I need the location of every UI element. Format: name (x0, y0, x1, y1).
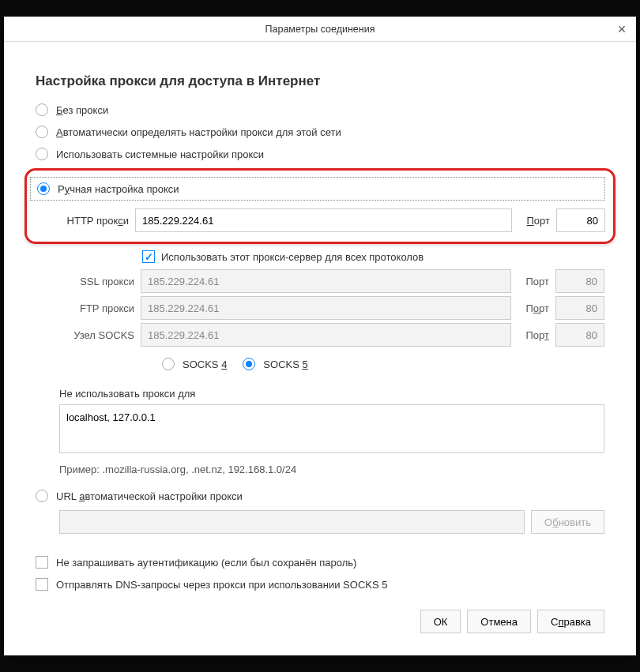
checkbox-icon[interactable] (142, 250, 155, 263)
ssl-proxy-label: SSL прокси (36, 276, 134, 287)
help-button[interactable]: Справка (537, 610, 604, 633)
ftp-proxy-label: FTP прокси (36, 302, 134, 314)
ssl-proxy-host-input (141, 269, 511, 293)
no-proxy-for-label: Не использовать прокси для (36, 383, 604, 404)
radio-icon[interactable] (36, 126, 48, 138)
checkbox-icon[interactable] (36, 556, 48, 569)
reload-button: Обновить (531, 510, 604, 534)
ssl-proxy-row: SSL прокси Порт (36, 268, 604, 295)
ssl-proxy-port-input (555, 269, 604, 293)
socks-proxy-label: Узел SOCKS (36, 329, 134, 341)
checkbox-label: Отправлять DNS-запросы через прокси при … (56, 579, 387, 591)
socks-proxy-row: Узел SOCKS Порт (36, 321, 604, 348)
radio-label: SOCKS 5 (263, 359, 307, 370)
no-proxy-list-textarea[interactable]: localhost, 127.0.0.1 (59, 404, 604, 453)
radio-label: SOCKS 4 (183, 359, 227, 370)
radio-auto-detect[interactable]: Автоматически определять настройки прокс… (36, 121, 604, 143)
radio-label: Автоматически определять настройки прокс… (56, 126, 341, 138)
close-icon[interactable]: × (611, 18, 633, 40)
use-for-all-checkbox-row[interactable]: Использовать этот прокси-сервер для всех… (36, 246, 604, 268)
radio-icon[interactable] (37, 182, 50, 195)
radio-icon[interactable] (36, 148, 48, 160)
radio-no-proxy[interactable]: Без прокси (36, 99, 604, 121)
dialog-title: Параметры соединения (265, 24, 375, 35)
port-label: Порт (518, 276, 549, 287)
ok-button[interactable]: ОК (420, 610, 461, 633)
socks-version-row: SOCKS 4 SOCKS 5 (36, 348, 604, 383)
http-proxy-row: HTTP прокси Порт (30, 207, 605, 234)
radio-manual-proxy[interactable]: Ручная настройка прокси (30, 177, 605, 201)
highlight-annotation: Ручная настройка прокси HTTP прокси Порт (24, 168, 616, 244)
connection-settings-dialog: Параметры соединения × Настройка прокси … (4, 17, 636, 655)
no-auth-prompt-checkbox[interactable]: Не запрашивать аутентификацию (если был … (36, 551, 604, 573)
ftp-proxy-port-input (555, 296, 604, 320)
radio-system-proxy[interactable]: Использовать системные настройки прокси (36, 143, 604, 165)
checkbox-icon[interactable] (36, 578, 48, 591)
radio-label: URL автоматической настройки прокси (56, 490, 243, 502)
radio-socks4[interactable]: SOCKS 4 (162, 353, 227, 375)
ftp-proxy-row: FTP прокси Порт (36, 295, 604, 321)
dialog-footer: ОК Отмена Справка (36, 595, 604, 640)
http-proxy-label: HTTP прокси (30, 215, 129, 227)
radio-label: Без прокси (56, 104, 108, 116)
checkbox-label: Использовать этот прокси-сервер для всех… (161, 251, 424, 263)
radio-pac-url[interactable]: URL автоматической настройки прокси (36, 485, 604, 507)
ftp-proxy-host-input (141, 296, 511, 320)
no-proxy-example: Пример: .mozilla-russia.org, .net.nz, 19… (36, 456, 604, 485)
socks-proxy-port-input (555, 323, 604, 347)
radio-socks5[interactable]: SOCKS 5 (243, 353, 307, 375)
radio-label: Ручная настройка прокси (58, 183, 179, 195)
http-proxy-host-input[interactable] (135, 208, 512, 232)
section-title: Настройка прокси для доступа в Интернет (36, 73, 604, 89)
radio-icon[interactable] (36, 103, 48, 116)
port-label: Порт (518, 329, 549, 341)
dialog-content: Настройка прокси для доступа в Интернет … (4, 42, 636, 655)
radio-icon[interactable] (162, 358, 175, 370)
socks-proxy-host-input (141, 323, 511, 347)
pac-url-input (59, 510, 525, 534)
radio-icon[interactable] (243, 358, 255, 370)
radio-label: Использовать системные настройки прокси (56, 148, 264, 160)
radio-icon[interactable] (36, 490, 48, 502)
dns-socks5-checkbox[interactable]: Отправлять DNS-запросы через прокси при … (36, 573, 604, 595)
bottom-options: Не запрашивать аутентификацию (если был … (36, 551, 604, 595)
pac-url-row: Обновить (36, 507, 604, 543)
port-label: Порт (518, 302, 549, 314)
cancel-button[interactable]: Отмена (467, 610, 531, 633)
checkbox-label: Не запрашивать аутентификацию (если был … (56, 557, 356, 569)
titlebar: Параметры соединения × (4, 17, 636, 42)
http-proxy-port-input[interactable] (556, 208, 605, 232)
port-label: Порт (518, 215, 550, 227)
